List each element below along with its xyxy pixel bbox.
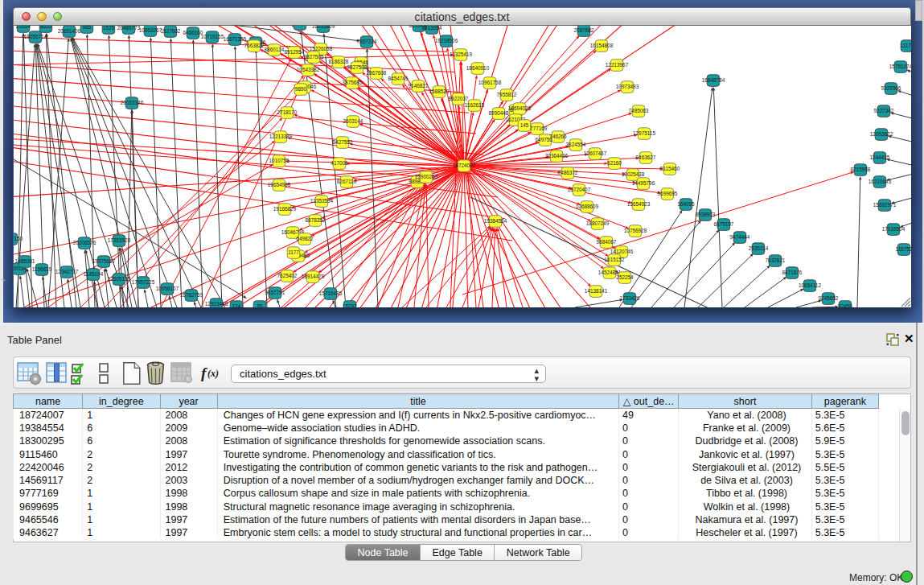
svg-text:12505135: 12505135 (108, 276, 131, 282)
svg-text:3875685: 3875685 (343, 80, 363, 85)
svg-text:9329966: 9329966 (881, 85, 901, 91)
svg-text:18724007: 18724007 (453, 163, 476, 168)
svg-text:9115460: 9115460 (660, 166, 680, 171)
svg-text:649822: 649822 (296, 236, 314, 241)
svg-text:20364436: 20364436 (545, 153, 569, 159)
svg-text:9827505: 9827505 (304, 54, 324, 60)
svg-text:8860124: 8860124 (265, 47, 285, 52)
svg-text:26160150: 26160150 (0, 236, 23, 241)
svg-text:1588520: 1588520 (429, 89, 450, 94)
svg-text:9227342: 9227342 (874, 108, 894, 113)
svg-text:10654112: 10654112 (799, 282, 821, 288)
svg-text:9474444: 9474444 (730, 234, 750, 240)
svg-text:9884067: 9884067 (597, 239, 617, 245)
svg-text:164095: 164095 (677, 201, 695, 207)
svg-text:1162615: 1162615 (465, 102, 485, 108)
svg-text:10607487: 10607487 (584, 150, 607, 156)
svg-text:8186328: 8186328 (329, 59, 349, 64)
svg-text:20691406: 20691406 (58, 28, 81, 34)
svg-text:f: f (201, 365, 207, 381)
svg-text:8878352: 8878352 (306, 217, 326, 223)
svg-text:16914479: 16914479 (302, 274, 325, 279)
svg-text:13353594: 13353594 (310, 198, 334, 204)
svg-text:1485081: 1485081 (15, 258, 35, 264)
svg-text:16033809: 16033809 (312, 23, 335, 29)
svg-text:9463627: 9463627 (636, 154, 656, 160)
svg-text:985: 985 (83, 24, 92, 30)
svg-text:10958107: 10958107 (156, 286, 179, 291)
svg-text:10973493: 10973493 (616, 84, 639, 89)
svg-text:13654923: 13654923 (627, 201, 651, 207)
svg-text:12342737: 12342737 (55, 269, 79, 274)
svg-text:2603144: 2603144 (343, 118, 363, 124)
svg-text:8938923: 8938923 (696, 212, 716, 217)
svg-text:20489773: 20489773 (117, 25, 141, 31)
svg-text:16782759: 16782759 (180, 292, 203, 298)
svg-text:15226058: 15226058 (310, 46, 333, 51)
svg-text:18807249: 18807249 (586, 220, 610, 226)
svg-text:8912954: 8912954 (285, 49, 305, 55)
svg-text:62160: 62160 (607, 160, 622, 166)
svg-text:6879197: 6879197 (714, 221, 734, 227)
svg-text:1525: 1525 (103, 25, 115, 31)
svg-text:1244415: 1244415 (870, 154, 890, 160)
svg-text:8215958: 8215958 (851, 167, 871, 172)
svg-text:19654985: 19654985 (268, 182, 291, 187)
svg-text:2867608: 2867608 (367, 70, 387, 76)
svg-text:8990448: 8990448 (489, 110, 509, 116)
svg-text:95: 95 (257, 303, 263, 309)
svg-text:14495796: 14495796 (632, 180, 655, 186)
svg-text:1145194: 1145194 (84, 271, 104, 277)
svg-text:11171: 11171 (901, 43, 914, 48)
svg-text:252254: 252254 (616, 274, 634, 280)
svg-text:7632621: 7632621 (766, 257, 786, 263)
svg-text:145: 145 (520, 122, 529, 128)
svg-text:9890: 9890 (295, 86, 307, 92)
svg-text:9657791: 9657791 (265, 290, 285, 295)
svg-text:10719155: 10719155 (201, 34, 224, 39)
svg-text:12923448: 12923448 (205, 301, 228, 307)
svg-text:2087682: 2087682 (574, 27, 594, 33)
svg-text:7955812: 7955812 (497, 92, 517, 97)
svg-text:7485063: 7485063 (629, 108, 649, 113)
svg-text:8454749: 8454749 (388, 76, 409, 81)
svg-text:17016504: 17016504 (882, 226, 906, 232)
svg-text:92456: 92456 (838, 303, 852, 309)
svg-text:19975667: 19975667 (92, 258, 116, 264)
svg-text:10853267: 10853267 (139, 27, 162, 33)
svg-text:7486372: 7486372 (558, 170, 578, 175)
svg-text:20206576: 20206576 (73, 240, 97, 245)
svg-text:8471676: 8471676 (782, 270, 803, 275)
svg-text:14120746: 14120746 (610, 249, 634, 254)
svg-text:16648784: 16648784 (702, 77, 725, 83)
svg-text:8427552: 8427552 (333, 139, 353, 145)
svg-text:10025438: 10025438 (622, 171, 645, 177)
svg-text:18694028: 18694028 (508, 105, 532, 111)
svg-text:7663822: 7663822 (244, 43, 265, 48)
svg-text:1010755: 1010755 (269, 158, 290, 163)
svg-text:10756928: 10756928 (624, 228, 647, 233)
svg-text:(x): (x) (207, 368, 219, 379)
svg-text:15751074: 15751074 (889, 64, 913, 69)
svg-text:15900263: 15900263 (415, 174, 438, 179)
svg-text:8267110: 8267110 (337, 179, 357, 184)
svg-text:17353928: 17353928 (108, 237, 131, 243)
svg-text:10688609: 10688609 (576, 204, 599, 209)
svg-text:746266: 746266 (549, 134, 567, 139)
svg-text:8922037: 8922037 (449, 96, 469, 101)
svg-text:124: 124 (232, 303, 241, 309)
svg-text:10543382: 10543382 (297, 67, 320, 72)
svg-text:17957225: 17957225 (132, 279, 155, 285)
svg-text:16671355: 16671355 (224, 36, 247, 42)
svg-text:20554: 20554 (16, 23, 31, 29)
svg-text:19166829: 19166829 (273, 206, 297, 212)
svg-text:20053346: 20053346 (121, 100, 144, 105)
svg-text:16154808: 16154808 (590, 43, 614, 48)
svg-text:8813054: 8813054 (422, 25, 442, 31)
svg-text:2718170: 2718170 (277, 109, 298, 115)
svg-text:19055714: 19055714 (24, 34, 47, 39)
svg-text:14138141: 14138141 (585, 288, 608, 294)
svg-text:2935114: 2935114 (749, 245, 769, 251)
svg-text:12093822: 12093822 (870, 131, 893, 137)
svg-text:15292: 15292 (343, 303, 357, 309)
